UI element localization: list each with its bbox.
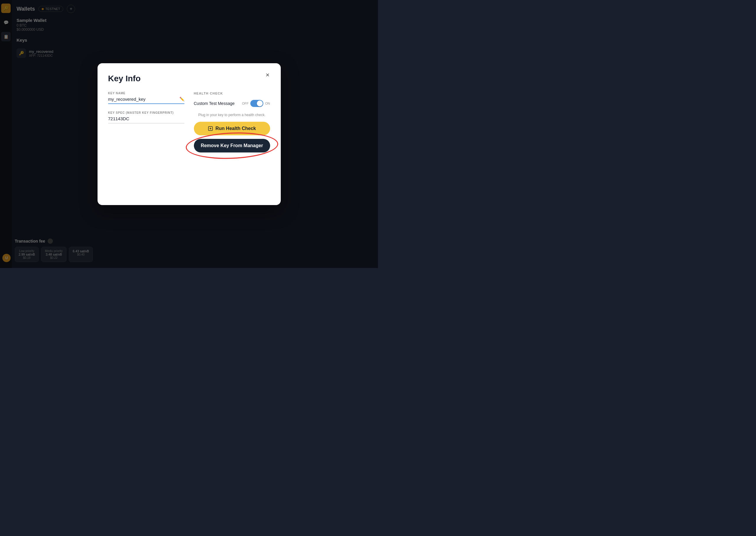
run-health-check-button[interactable]: Run Health Check — [194, 122, 270, 135]
custom-test-message-label: Custom Test Message — [194, 101, 235, 106]
key-name-field-group: KEY NAME my_recovered_key ✏️ — [108, 92, 185, 104]
key-name-field-value: my_recovered_key — [108, 97, 179, 102]
remove-key-button[interactable]: Remove Key From Manager — [194, 139, 270, 152]
toggle-group[interactable]: OFF ON — [242, 100, 270, 107]
remove-button-wrapper: Remove Key From Manager — [194, 139, 270, 152]
modal-overlay: × Key Info KEY NAME my_recovered_key ✏️ … — [0, 0, 378, 268]
toggle-knob — [257, 100, 263, 106]
health-check-hint: Plug in your key to perform a health che… — [194, 113, 270, 117]
key-spec-field-value: 721143DC — [108, 116, 185, 123]
key-spec-field-group: KEY SPEC (MASTER KEY FINGERPRINT) 721143… — [108, 111, 185, 123]
toggle-row: Custom Test Message OFF ON — [194, 100, 270, 107]
remove-key-label: Remove Key From Manager — [201, 143, 263, 148]
key-spec-field-label: KEY SPEC (MASTER KEY FINGERPRINT) — [108, 111, 185, 114]
modal-title: Key Info — [108, 74, 270, 83]
toggle-switch[interactable] — [250, 100, 263, 107]
health-check-section-title: HEALTH CHECK — [194, 92, 270, 95]
run-health-check-label: Run Health Check — [216, 126, 256, 131]
modal-form: KEY NAME my_recovered_key ✏️ KEY SPEC (M… — [108, 92, 185, 152]
health-check-icon — [208, 126, 213, 131]
modal: × Key Info KEY NAME my_recovered_key ✏️ … — [97, 63, 281, 205]
key-name-field-row: my_recovered_key ✏️ — [108, 97, 185, 104]
modal-health-check: HEALTH CHECK Custom Test Message OFF ON … — [194, 92, 270, 152]
toggle-on-label: ON — [265, 102, 270, 105]
modal-close-button[interactable]: × — [263, 70, 272, 80]
modal-body: KEY NAME my_recovered_key ✏️ KEY SPEC (M… — [108, 92, 270, 152]
key-name-field-label: KEY NAME — [108, 92, 185, 95]
toggle-off-label: OFF — [242, 102, 249, 105]
edit-key-name-icon[interactable]: ✏️ — [179, 97, 185, 101]
